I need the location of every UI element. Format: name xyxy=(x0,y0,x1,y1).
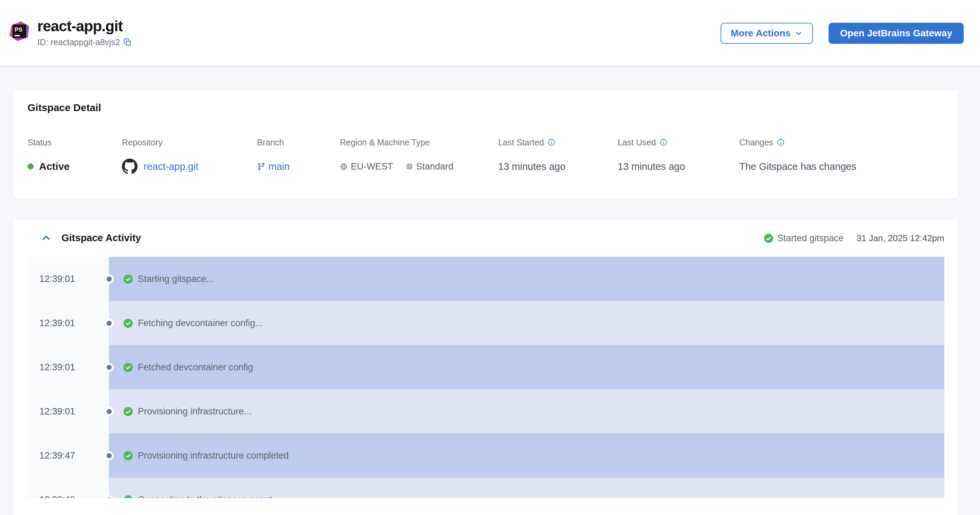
repository-label: Repository xyxy=(122,137,163,147)
last-started-column: Last Started 13 minutes ago xyxy=(498,137,618,175)
status-value: Active xyxy=(39,161,70,172)
repository-column: Repository react-app.git xyxy=(122,137,257,175)
region-machine-column: Region & Machine Type EU-WEST Standard xyxy=(340,137,498,175)
check-circle-icon xyxy=(124,363,133,372)
activity-timestamp: 31 Jan, 2025 12:42pm xyxy=(856,233,944,244)
detail-card-title: Gitspace Detail xyxy=(27,102,101,113)
logo-text: PS xyxy=(14,27,23,33)
log-message: Fetching devcontainer config... xyxy=(138,318,263,328)
activity-title: Gitspace Activity xyxy=(62,232,141,244)
log-row: 12:39:01 Provisioning infrastructure... xyxy=(27,389,944,434)
log-row: 12:39:01 Fetching devcontainer config... xyxy=(27,301,944,345)
log-time: 12:39:48 xyxy=(40,494,75,498)
timeline-dot xyxy=(107,321,112,326)
last-started-label: Last Started xyxy=(498,137,544,147)
timeline-dot xyxy=(107,276,112,282)
log-time: 12:39:01 xyxy=(40,274,75,284)
more-actions-button[interactable]: More Actions xyxy=(721,23,813,44)
activity-log[interactable]: 12:39:01 Starting gitspace... 12:39:01 F… xyxy=(27,257,944,498)
gitspace-detail-card: Gitspace Detail Status Active Repository… xyxy=(13,89,959,199)
chevron-up-icon[interactable] xyxy=(41,233,51,243)
region-machine-label: Region & Machine Type xyxy=(340,137,430,147)
log-message: Provisioning infrastructure... xyxy=(138,406,251,417)
timeline-dot xyxy=(107,365,112,370)
info-icon[interactable] xyxy=(776,138,785,147)
last-used-column: Last Used 13 minutes ago xyxy=(618,137,739,175)
activity-header: Gitspace Activity Started gitspace 31 Ja… xyxy=(13,220,958,257)
last-started-value: 13 minutes ago xyxy=(498,161,565,172)
git-branch-icon xyxy=(257,163,266,171)
changes-value: The Gitspace has changes xyxy=(739,161,856,172)
status-label: Status xyxy=(27,137,52,147)
repository-link[interactable]: react-app.git xyxy=(144,161,198,172)
top-header: PS react-app.git ID: reactappgit-a8vjs2 … xyxy=(0,0,980,67)
log-row: 12:39:47 Provisioning infrastructure com… xyxy=(27,434,944,478)
globe-icon xyxy=(340,163,348,171)
status-column: Status Active xyxy=(27,137,122,175)
last-used-value: 13 minutes ago xyxy=(618,161,685,172)
info-icon[interactable] xyxy=(659,138,668,147)
activity-status-badge: Started gitspace xyxy=(764,233,843,244)
check-circle-icon xyxy=(124,451,133,460)
open-gateway-label: Open JetBrains Gateway xyxy=(840,28,952,39)
check-circle-icon xyxy=(124,319,133,328)
log-message: Connecting to the gitspace agent... xyxy=(138,494,280,498)
log-time: 12:39:47 xyxy=(40,450,75,461)
activity-status-label: Started gitspace xyxy=(777,233,843,244)
log-message: Fetched devcontainer config xyxy=(138,362,253,373)
check-circle-icon xyxy=(764,234,773,243)
cpu-chip-icon xyxy=(406,163,413,171)
chevron-down-icon xyxy=(795,29,803,37)
branch-column: Branch main xyxy=(257,137,340,175)
more-actions-label: More Actions xyxy=(731,28,791,39)
copy-icon[interactable] xyxy=(123,38,132,46)
phpstorm-logo-icon: PS xyxy=(10,21,29,41)
info-icon[interactable] xyxy=(547,138,555,147)
github-icon xyxy=(122,159,137,174)
log-time: 12:39:01 xyxy=(40,318,75,328)
last-used-label: Last Used xyxy=(618,137,656,147)
page-title: react-app.git xyxy=(37,18,132,35)
timeline-dot xyxy=(107,453,112,458)
log-message: Starting gitspace... xyxy=(138,274,214,284)
check-circle-icon xyxy=(124,274,133,284)
status-dot xyxy=(27,163,33,169)
log-message: Provisioning infrastructure completed xyxy=(138,450,289,461)
changes-column: Changes The Gitspace has changes xyxy=(739,137,944,175)
open-jetbrains-gateway-button[interactable]: Open JetBrains Gateway xyxy=(829,23,964,44)
gitspace-id: ID: reactappgit-a8vjs2 xyxy=(37,37,120,47)
branch-label: Branch xyxy=(257,137,284,147)
log-row: 12:39:01 Fetched devcontainer config xyxy=(27,345,944,389)
timeline-dot xyxy=(107,409,112,414)
check-circle-icon xyxy=(124,495,133,498)
gitspace-activity-card: Gitspace Activity Started gitspace 31 Ja… xyxy=(13,219,959,515)
log-row: 12:39:48 Connecting to the gitspace agen… xyxy=(27,478,944,498)
log-row: 12:39:01 Starting gitspace... xyxy=(27,257,944,301)
log-time: 12:39:01 xyxy=(40,406,75,417)
branch-link[interactable]: main xyxy=(268,161,290,172)
machine-type-value: Standard xyxy=(416,161,453,172)
log-time: 12:39:01 xyxy=(40,362,75,373)
region-value: EU-WEST xyxy=(351,161,393,172)
changes-label: Changes xyxy=(739,137,773,147)
check-circle-icon xyxy=(124,407,133,416)
